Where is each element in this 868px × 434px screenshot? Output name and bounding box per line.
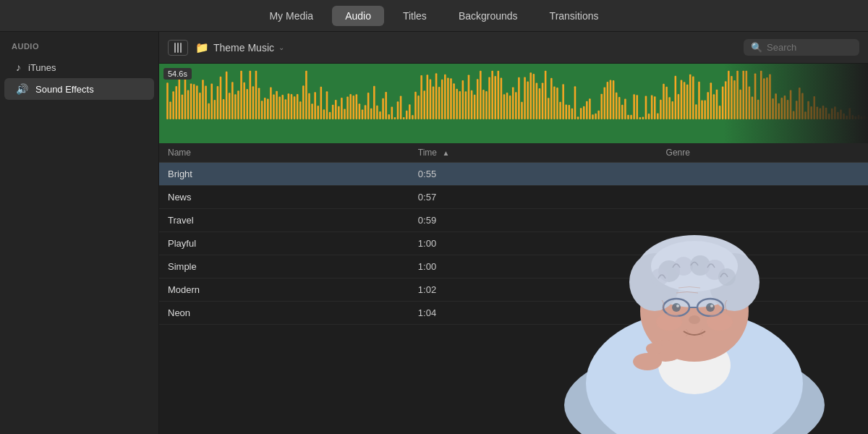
sidebar-item-itunes[interactable]: ♪ iTunes [4, 56, 154, 78]
svg-rect-137 [571, 109, 574, 119]
svg-rect-233 [855, 116, 857, 119]
svg-rect-69 [370, 109, 373, 119]
svg-rect-35 [270, 88, 272, 119]
track-name: Playful [159, 232, 409, 255]
svg-rect-65 [359, 103, 361, 119]
nav-my-media[interactable]: My Media [256, 6, 326, 26]
svg-rect-197 [749, 87, 751, 119]
svg-rect-205 [772, 98, 774, 119]
track-time: 1:00 [409, 255, 658, 278]
sort-indicator: ▲ [442, 149, 449, 157]
svg-rect-86 [420, 75, 422, 119]
svg-rect-104 [474, 95, 476, 119]
svg-rect-42 [291, 94, 293, 119]
col-genre[interactable]: Genre [658, 143, 868, 163]
sidebar-toggle-button[interactable] [168, 40, 188, 56]
chevron-icon: ⌄ [278, 43, 284, 51]
svg-rect-178 [692, 77, 694, 119]
search-input[interactable] [767, 42, 852, 53]
svg-rect-84 [414, 92, 417, 119]
svg-rect-159 [636, 95, 638, 119]
svg-rect-161 [642, 117, 644, 119]
svg-rect-179 [695, 104, 697, 119]
table-row[interactable]: Bright 0:55 [159, 163, 868, 186]
track-genre [658, 209, 868, 232]
col-time[interactable]: Time ▲ [409, 143, 658, 163]
nav-audio[interactable]: Audio [332, 6, 384, 26]
svg-rect-201 [760, 71, 762, 119]
sidebar-label-itunes: iTunes [28, 62, 56, 73]
svg-rect-218 [810, 106, 812, 119]
svg-rect-229 [843, 114, 845, 119]
svg-rect-85 [417, 95, 420, 119]
svg-rect-196 [746, 71, 748, 119]
svg-rect-39 [281, 95, 284, 119]
svg-rect-121 [524, 77, 526, 119]
sidebar-toggle-line1 [174, 43, 176, 53]
svg-rect-148 [604, 88, 606, 119]
svg-rect-232 [852, 115, 854, 119]
svg-rect-15 [210, 84, 213, 119]
svg-rect-36 [273, 94, 275, 119]
svg-rect-30 [255, 71, 258, 119]
table-row[interactable]: News 0:57 [159, 186, 868, 209]
svg-rect-51 [317, 106, 319, 119]
track-time: 0:59 [409, 209, 658, 232]
svg-rect-33 [264, 98, 266, 119]
svg-rect-215 [801, 93, 804, 119]
svg-rect-147 [600, 94, 603, 119]
svg-rect-59 [341, 98, 343, 119]
svg-rect-110 [491, 71, 493, 119]
nav-transitions[interactable]: Transitions [537, 6, 612, 26]
table-row[interactable]: Modern 1:02 [159, 278, 868, 302]
track-name: Modern [159, 278, 409, 302]
svg-rect-108 [485, 91, 488, 119]
track-genre [658, 186, 868, 209]
table-row[interactable]: Travel 0:59 [159, 209, 868, 232]
svg-rect-7 [187, 90, 190, 119]
svg-rect-56 [332, 105, 334, 119]
svg-rect-70 [373, 86, 375, 119]
table-row[interactable]: Simple 1:00 [159, 255, 868, 278]
svg-rect-48 [308, 93, 310, 119]
svg-rect-127 [542, 82, 544, 119]
svg-rect-157 [630, 115, 632, 119]
col-name[interactable]: Name [159, 143, 409, 163]
waveform-area: 54.6s // This will be replaced by inline… [159, 64, 868, 143]
svg-rect-221 [820, 108, 822, 119]
svg-rect-153 [618, 97, 621, 119]
svg-rect-28 [250, 71, 252, 119]
svg-rect-126 [539, 88, 541, 119]
table-row[interactable]: Neon 1:04 [159, 302, 868, 325]
svg-rect-45 [299, 101, 302, 119]
svg-rect-182 [704, 101, 706, 119]
svg-rect-184 [710, 82, 712, 119]
svg-rect-62 [349, 94, 352, 119]
svg-rect-227 [837, 112, 839, 119]
svg-rect-18 [220, 77, 222, 119]
svg-rect-0 [166, 82, 169, 119]
svg-rect-61 [346, 96, 349, 119]
folder-selector[interactable]: 📁 Theme Music ⌄ [195, 41, 284, 54]
svg-rect-76 [391, 107, 393, 119]
svg-rect-29 [252, 86, 255, 119]
nav-titles[interactable]: Titles [390, 6, 440, 26]
nav-backgrounds[interactable]: Backgrounds [446, 6, 531, 26]
table-row[interactable]: Playful 1:00 [159, 232, 868, 255]
svg-rect-236 [864, 116, 866, 119]
svg-rect-235 [861, 116, 863, 119]
svg-rect-131 [553, 86, 556, 119]
svg-rect-83 [412, 115, 414, 119]
svg-rect-26 [243, 82, 245, 119]
svg-rect-93 [441, 80, 443, 119]
svg-rect-226 [834, 106, 836, 119]
main-content-wrapper: 54.6s // This will be replaced by inline… [159, 64, 868, 434]
track-name: Travel [159, 209, 409, 232]
track-genre [658, 163, 868, 186]
svg-rect-192 [733, 80, 736, 119]
track-genre [658, 255, 868, 278]
sidebar-item-sound-effects[interactable]: 🔊 Sound Effects [4, 78, 154, 100]
svg-rect-209 [784, 95, 786, 119]
svg-rect-166 [657, 114, 659, 119]
search-box[interactable]: 🔍 [744, 39, 859, 56]
